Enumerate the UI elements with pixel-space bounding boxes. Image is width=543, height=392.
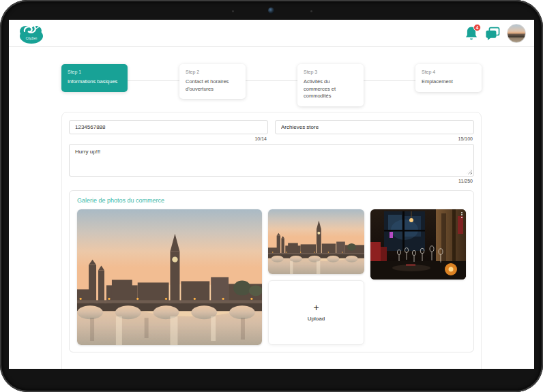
step-number: Step 3 — [304, 70, 357, 74]
step-3-activites-commodites[interactable]: Step 3 Activités du commerces et commodi… — [297, 64, 364, 106]
gallery-photo-london-large[interactable] — [77, 209, 262, 345]
plus-icon: + — [313, 303, 319, 312]
step-4-emplacement[interactable]: Step 4 Emplacement — [415, 64, 482, 92]
app-logo[interactable]: CityZen — [17, 22, 46, 44]
phone-char-counter: 10/14 — [69, 136, 267, 141]
step-number: Step 2 — [186, 70, 239, 74]
app-screen: CityZen 4 — [9, 20, 534, 369]
step-number: Step 4 — [422, 70, 475, 74]
gallery-photo-restaurant[interactable] — [370, 209, 466, 280]
step-number: Step 1 — [68, 70, 121, 74]
top-bar-actions: 4 — [465, 24, 526, 43]
step-title: Informations basiques — [68, 78, 121, 86]
front-camera-icon — [268, 7, 274, 14]
phone-input[interactable] — [69, 120, 268, 134]
gallery-right-column — [370, 209, 466, 280]
form-card: 10/14 15/100 Hurry up!!! 11/250 Galerie … — [61, 112, 482, 370]
store-name-char-counter: 15/100 — [275, 136, 473, 141]
stepper: Step 1 Informations basiques Step 2 Cont… — [61, 64, 482, 106]
photo-options-kebab-icon[interactable] — [461, 212, 463, 218]
phone-field-group: 10/14 — [69, 119, 268, 141]
photo-grid: + Upload — [77, 209, 466, 345]
step-2-contact-horaires[interactable]: Step 2 Contact et horaires d'ouvertures — [179, 64, 246, 99]
sensor-dot-left — [232, 10, 234, 12]
step-1-informations-basiques[interactable]: Step 1 Informations basiques — [61, 64, 128, 92]
description-field-group: Hurry up!!! — [69, 144, 474, 177]
upload-label: Upload — [308, 316, 325, 322]
logo-text: CityZen — [26, 37, 38, 40]
upload-button[interactable]: + Upload — [268, 280, 364, 345]
step-title: Activités du commerces et commodités — [304, 78, 357, 100]
chat-icon[interactable] — [485, 27, 500, 40]
main-content: Step 1 Informations basiques Step 2 Cont… — [9, 47, 534, 369]
store-name-field-group: 15/100 — [275, 119, 474, 141]
user-avatar[interactable] — [507, 24, 526, 43]
description-textarea[interactable]: Hurry up!!! — [69, 144, 474, 177]
gallery-section: Galerie de photos du commerce — [69, 190, 474, 352]
gallery-photo-london-small[interactable] — [268, 209, 364, 274]
notifications-button[interactable]: 4 — [465, 26, 478, 41]
description-char-counter: 11/250 — [69, 179, 473, 183]
sensor-dot-right — [310, 10, 312, 12]
gallery-title: Galerie de photos du commerce — [77, 197, 466, 204]
top-bar: CityZen 4 — [9, 20, 534, 47]
step-title: Contact et horaires d'ouvertures — [186, 78, 239, 93]
step-title: Emplacement — [422, 78, 475, 86]
tablet-frame: CityZen 4 — [0, 0, 543, 392]
store-name-input[interactable] — [275, 120, 474, 134]
gallery-middle-column: + Upload — [268, 209, 364, 345]
notification-badge: 4 — [473, 24, 481, 31]
